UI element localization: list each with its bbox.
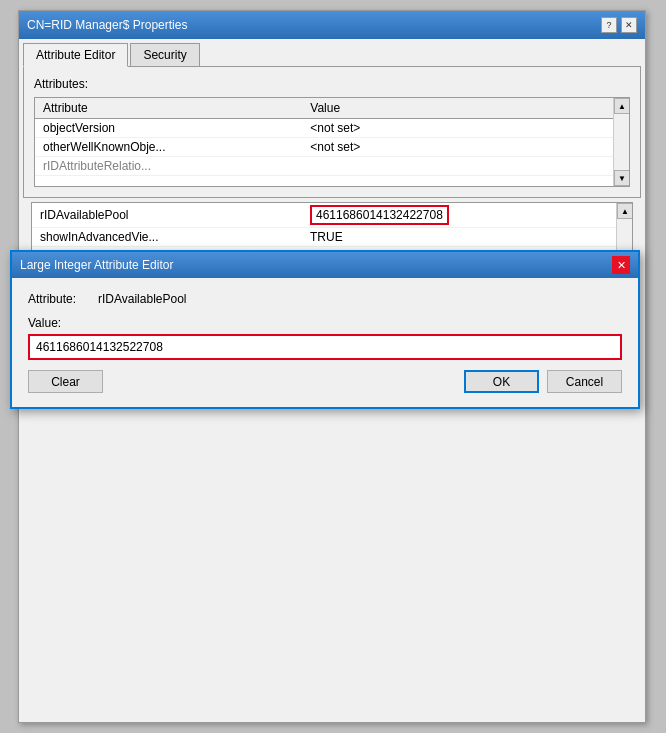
dialog-ok-button[interactable]: OK [464, 370, 539, 393]
attr-name: rIDAvailablePool [32, 203, 302, 228]
attr-value: 4611686014132422708 [302, 203, 632, 228]
scroll-up-2[interactable]: ▲ [617, 203, 633, 219]
attr-value: TRUE [302, 228, 632, 247]
attr-value: <not set> [302, 119, 629, 138]
attributes-label: Attributes: [34, 77, 630, 91]
attribute-value: rIDAvailablePool [98, 292, 187, 306]
clear-btn-group: Clear [28, 370, 103, 393]
attr-name: otherWellKnownObje... [35, 138, 302, 157]
scrollbar: ▲ ▼ [613, 98, 629, 186]
col-value: Value [302, 98, 629, 119]
help-button[interactable]: ? [601, 17, 617, 33]
rid-available-pool-value: 4611686014132422708 [310, 205, 449, 225]
attr-value [302, 157, 629, 176]
bg-titlebar: CN=RID Manager$ Properties ? ✕ [19, 11, 645, 39]
table-row[interactable]: showInAdvancedVie... TRUE [32, 228, 632, 247]
dialog-buttons: Clear OK Cancel [28, 370, 622, 393]
attribute-label: Attribute: [28, 292, 98, 306]
table-row[interactable]: objectVersion <not set> [35, 119, 629, 138]
dialog-titlebar: Large Integer Attribute Editor ✕ [12, 252, 638, 278]
dialog-cancel-button[interactable]: Cancel [547, 370, 622, 393]
attr-name: rIDAttributeRelatio... [35, 157, 302, 176]
close-button[interactable]: ✕ [621, 17, 637, 33]
dialog-title: Large Integer Attribute Editor [20, 258, 173, 272]
ok-cancel-group: OK Cancel [464, 370, 622, 393]
attr-name: showInAdvancedVie... [32, 228, 302, 247]
dialog-attribute-row: Attribute: rIDAvailablePool [28, 292, 622, 306]
titlebar-controls: ? ✕ [601, 17, 637, 33]
dialog-close-button[interactable]: ✕ [612, 256, 630, 274]
attr-table: Attribute Value objectVersion <not set> … [35, 98, 629, 176]
table-row[interactable]: rIDAvailablePool 4611686014132422708 [32, 203, 632, 228]
scroll-up[interactable]: ▲ [614, 98, 630, 114]
scroll-down[interactable]: ▼ [614, 170, 630, 186]
col-attribute: Attribute [35, 98, 302, 119]
table-row[interactable]: rIDAttributeRelatio... [35, 157, 629, 176]
table-row[interactable]: otherWellKnownObje... <not set> [35, 138, 629, 157]
tab-bar: Attribute Editor Security [19, 39, 645, 66]
large-integer-dialog: Large Integer Attribute Editor ✕ Attribu… [10, 250, 640, 409]
tab-content: Attributes: Attribute Value objectVersio… [23, 66, 641, 198]
dialog-body: Attribute: rIDAvailablePool Value: Clear… [12, 278, 638, 407]
tab-attribute-editor[interactable]: Attribute Editor [23, 43, 128, 67]
value-section: Value: [28, 316, 622, 360]
value-label: Value: [28, 316, 622, 330]
attr-table-container: Attribute Value objectVersion <not set> … [34, 97, 630, 187]
value-input[interactable] [28, 334, 622, 360]
clear-button[interactable]: Clear [28, 370, 103, 393]
attr-name: objectVersion [35, 119, 302, 138]
tab-security[interactable]: Security [130, 43, 199, 66]
attr-value: <not set> [302, 138, 629, 157]
bg-window-title: CN=RID Manager$ Properties [27, 18, 187, 32]
